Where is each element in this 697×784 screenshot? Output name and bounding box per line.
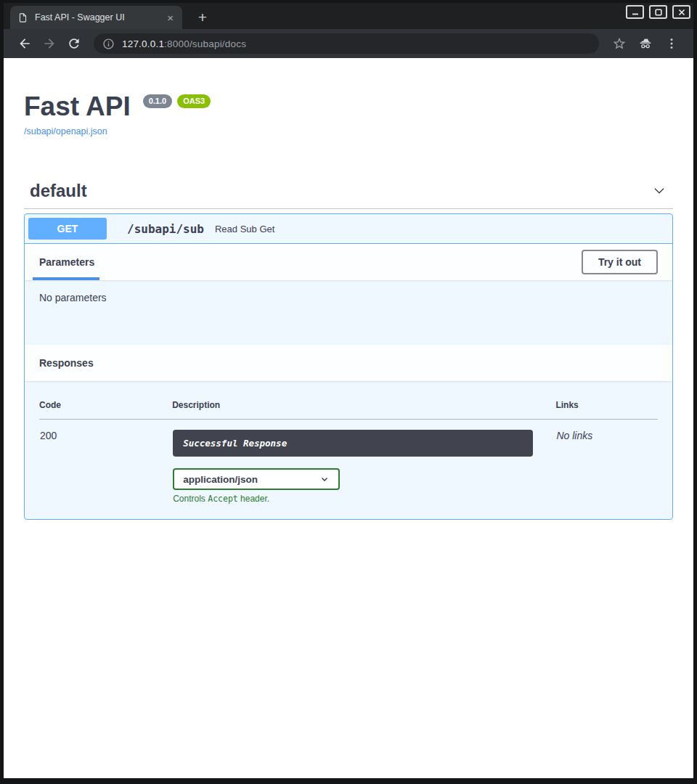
site-info-icon[interactable] [102,38,115,50]
page-viewport: Fast API 0.1.0 OAS3 /subapi/openapi.json… [4,58,693,778]
close-button[interactable] [672,5,690,19]
operation-summary-text: Read Sub Get [215,224,274,234]
version-badge: 0.1.0 [143,94,172,108]
url-host: 127.0.0.1 [122,38,164,49]
method-badge-get: GET [28,218,107,240]
media-type-value: application/json [183,474,258,485]
responses-title: Responses [39,357,94,369]
minimize-icon [631,8,640,17]
parameters-title: Parameters [39,256,94,268]
responses-table: Code Description Links 200 Successful Re [39,396,658,505]
operation-summary[interactable]: GET /subapi/sub Read Sub Get [25,214,672,244]
select-chevron-icon [319,474,330,484]
table-row: 200 Successful Response application/json [39,420,658,505]
opblock-get-subapi-sub: GET /subapi/sub Read Sub Get Parameters … [24,213,673,520]
active-tab-underline [33,277,99,280]
column-header-description: Description [172,396,555,420]
bookmark-star-icon[interactable] [612,36,627,51]
chevron-down-icon[interactable] [651,183,667,199]
tab-title: Fast API - Swagger UI [35,12,166,23]
back-icon[interactable] [17,36,32,51]
window-controls [626,5,690,19]
url-path: :8000/subapi/docs [164,38,246,49]
incognito-icon [638,36,653,51]
forward-icon[interactable] [42,36,57,51]
maximize-icon [654,8,663,17]
responses-header: Responses [25,345,672,381]
openapi-spec-link[interactable]: /subapi/openapi.json [24,126,107,136]
close-icon [677,8,686,17]
parameters-body: No parameters [25,280,672,345]
browser-toolbar: 127.0.0.1:8000/subapi/docs [4,29,693,58]
response-description-cell: Successful Response application/json Con [172,420,555,505]
url-text: 127.0.0.1:8000/subapi/docs [122,38,246,49]
no-parameters-text: No parameters [39,292,107,303]
maximize-button[interactable] [649,5,667,19]
accept-code: Accept [208,494,238,504]
media-type-select[interactable]: application/json [173,468,340,490]
reload-icon[interactable] [67,36,81,51]
tag-name: default [30,181,87,201]
tag-header-default[interactable]: default [24,173,673,209]
address-bar[interactable]: 127.0.0.1:8000/subapi/docs [94,33,599,54]
column-header-links: Links [555,396,658,420]
api-info: Fast API 0.1.0 OAS3 /subapi/openapi.json [24,93,673,137]
tab-close-icon[interactable]: × [166,12,175,23]
minimize-button[interactable] [626,5,644,19]
tag-section: default GET /subapi/sub Read Sub Get Par… [24,173,673,520]
browser-menu-icon[interactable] [664,36,679,51]
column-header-code: Code [39,396,172,420]
try-it-out-button[interactable]: Try it out [582,250,658,274]
response-code: 200 [39,420,172,505]
browser-titlebar: Fast API - Swagger UI × + [4,3,693,29]
document-favicon-icon [17,12,28,23]
response-links: No links [555,420,658,505]
response-description: Successful Response [173,430,533,457]
new-tab-button[interactable]: + [192,6,213,29]
oas-badge: OAS3 [177,94,211,108]
parameters-header: Parameters Try it out [25,244,672,280]
browser-tab[interactable]: Fast API - Swagger UI × [10,6,182,29]
accept-header-hint: Controls Accept header. [173,494,555,504]
responses-body: Code Description Links 200 Successful Re [25,381,672,519]
operation-path: /subapi/sub [127,222,204,236]
page-title: Fast API [24,93,131,120]
